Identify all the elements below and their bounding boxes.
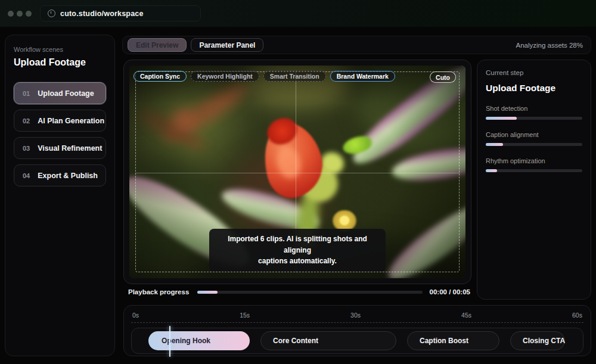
- timeline-tick-label: 60s: [572, 312, 582, 319]
- metric-progress-bar: [486, 117, 582, 120]
- metric-progress-bar: [486, 143, 582, 146]
- feature-badge[interactable]: Keyword Highlight: [191, 71, 259, 82]
- timeline-segment[interactable]: Core Content: [260, 331, 396, 350]
- workflow-steps: 01 Upload Footage 02 AI Plan Generation …: [14, 82, 106, 186]
- metric-label: Shot detection: [486, 105, 582, 112]
- metric-progress-fill: [486, 117, 517, 120]
- timeline-segment[interactable]: Caption Boost: [407, 331, 499, 350]
- timeline-playhead[interactable]: [169, 326, 170, 357]
- metric-progress-fill: [486, 143, 503, 146]
- main-toolbar: Edit Preview Parameter Panel Analyzing a…: [122, 36, 591, 54]
- metric-progress-fill: [486, 169, 497, 172]
- feature-badge[interactable]: Brand Watermark: [330, 71, 395, 82]
- workflow-step[interactable]: 02 AI Plan Generation: [14, 110, 106, 132]
- workflow-step[interactable]: 03 Visual Refinement: [14, 137, 106, 159]
- metric-label: Rhythm optimization: [486, 157, 582, 164]
- crosshair-horizontal-line: [135, 173, 460, 173]
- timeline-tick-label: 45s: [461, 312, 471, 319]
- current-step-eyebrow: Current step: [486, 69, 582, 76]
- playback-progress-bar[interactable]: [197, 291, 422, 294]
- step-number: 02: [23, 117, 30, 125]
- address-bar[interactable]: cuto.studio/workspace: [40, 5, 201, 21]
- toast-line2: captions automatically.: [258, 257, 337, 265]
- feature-badge[interactable]: Caption Sync: [134, 71, 187, 82]
- step-number: 04: [23, 172, 30, 179]
- step-metric: Caption alignment: [486, 131, 582, 146]
- current-step-title: Upload Footage: [486, 83, 582, 94]
- window-dot-icon[interactable]: [8, 11, 14, 17]
- feature-badge[interactable]: Smart Transition: [263, 71, 326, 82]
- window-dot-icon[interactable]: [26, 11, 32, 17]
- step-label: Export & Publish: [38, 172, 98, 180]
- timeline-segments: Opening HookCore ContentCaption BoostClo…: [131, 328, 583, 354]
- timeline-dashed-ruler: [131, 322, 583, 323]
- edit-preview-button[interactable]: Edit Preview: [128, 38, 187, 52]
- toast-line1: Imported 6 clips. AI is splitting shots …: [228, 235, 367, 254]
- window-dot-icon[interactable]: [17, 11, 23, 17]
- sidebar-eyebrow: Workflow scenes: [14, 46, 106, 53]
- timeline-ticks: 0s15s30s45s60s: [131, 310, 583, 319]
- timeline-tick-label: 0s: [132, 312, 139, 319]
- step-label: Upload Footage: [38, 89, 94, 98]
- playback-progress-fill: [197, 291, 218, 294]
- import-status-toast: Imported 6 clips. AI is splitting shots …: [209, 229, 386, 272]
- timeline-tick-label: 15s: [240, 312, 250, 319]
- metric-progress-bar: [486, 169, 582, 172]
- step-metric: Shot detection: [486, 105, 582, 120]
- timeline-card: 0s15s30s45s60s Opening HookCore ContentC…: [123, 305, 591, 356]
- overlay-badges: Caption Sync Keyword Highlight Smart Tra…: [134, 71, 395, 82]
- step-number: 03: [23, 145, 30, 152]
- playback-label: Playback progress: [128, 288, 189, 295]
- workflow-sidebar: Workflow scenes Upload Footage 01 Upload…: [5, 35, 115, 356]
- step-metrics: Shot detection Caption alignment Rhythm …: [486, 105, 582, 172]
- parameter-panel-button[interactable]: Parameter Panel: [191, 38, 263, 52]
- sidebar-title: Upload Footage: [14, 57, 106, 68]
- step-number: 01: [23, 90, 30, 97]
- window-controls[interactable]: [8, 11, 32, 17]
- site-info-icon: [48, 10, 55, 17]
- video-preview-frame[interactable]: Caption Sync Keyword Highlight Smart Tra…: [129, 66, 465, 278]
- cuto-watermark-badge: Cuto: [430, 71, 456, 83]
- analyzing-status: Analyzing assets 28%: [516, 42, 583, 49]
- timeline-segment[interactable]: Opening Hook: [148, 331, 250, 350]
- step-label: AI Plan Generation: [38, 117, 104, 125]
- current-step-panel: Current step Upload Footage Shot detecti…: [477, 60, 591, 300]
- timeline-segment[interactable]: Closing CTA: [510, 331, 565, 350]
- timeline-tick-label: 30s: [350, 312, 361, 319]
- playback-row: Playback progress 00:00 / 00:05: [123, 287, 471, 297]
- url-text: cuto.studio/workspace: [60, 10, 144, 18]
- playback-time: 00:00 / 00:05: [430, 288, 470, 295]
- step-label: Visual Refinement: [38, 144, 102, 153]
- metric-label: Caption alignment: [486, 131, 582, 138]
- workflow-step[interactable]: 04 Export & Publish: [14, 164, 106, 186]
- workflow-step[interactable]: 01 Upload Footage: [14, 82, 106, 104]
- video-preview-card: Caption Sync Keyword Highlight Smart Tra…: [123, 60, 471, 284]
- browser-topbar: cuto.studio/workspace: [0, 0, 596, 27]
- step-metric: Rhythm optimization: [486, 157, 582, 172]
